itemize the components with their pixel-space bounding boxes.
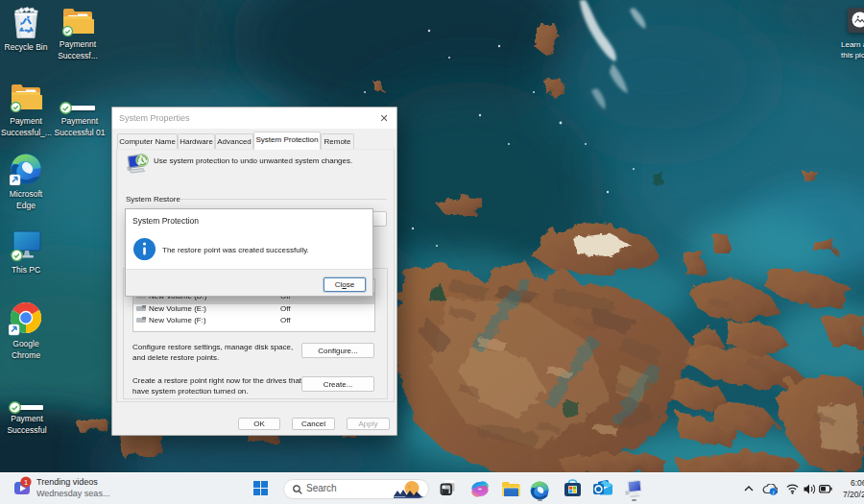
svg-text:1: 1 [24,478,28,487]
